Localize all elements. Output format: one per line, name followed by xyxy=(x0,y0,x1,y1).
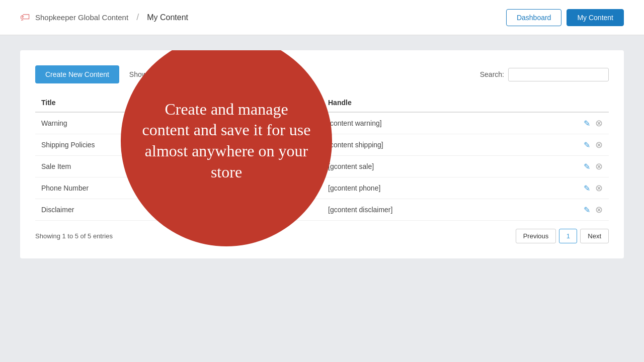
table-row: Phone Number [gcontent phone] ✎ ⊗ xyxy=(35,177,609,199)
table-header-row: Title Handle xyxy=(35,94,609,112)
nav-brand-area: 🏷 Shopkeeper Global Content / My Content xyxy=(20,12,188,23)
show-label: Show xyxy=(129,70,147,78)
breadcrumb-separator: / xyxy=(136,12,139,23)
cell-actions: ✎ ⊗ xyxy=(494,156,609,177)
col-header-title: Title xyxy=(35,94,179,112)
search-label: Search: xyxy=(480,70,504,78)
edit-icon[interactable]: ✎ xyxy=(584,162,590,171)
nav-actions: Dashboard My Content xyxy=(506,9,624,26)
search-bar: Search: xyxy=(480,68,609,81)
edit-icon[interactable]: ✎ xyxy=(584,205,590,215)
cell-type xyxy=(179,156,322,177)
top-bar: Create New Content Show 10 25 50 100 ent… xyxy=(35,65,609,83)
showing-text: Showing 1 to 5 of 5 entries xyxy=(35,232,113,240)
cell-type xyxy=(179,134,322,156)
edit-icon[interactable]: ✎ xyxy=(584,184,590,193)
next-button[interactable]: Next xyxy=(580,229,609,243)
page-body: Create New Content Show 10 25 50 100 ent… xyxy=(0,35,644,362)
col-header-type xyxy=(179,94,322,112)
cell-actions: ✎ ⊗ xyxy=(494,177,609,199)
content-table: Title Handle Warning [content warning] ✎… xyxy=(35,94,609,221)
cell-type: 1/… xyxy=(179,199,322,221)
cell-title: Sale Item xyxy=(35,156,179,177)
table-footer: Showing 1 to 5 of 5 entries Previous 1 N… xyxy=(35,229,609,243)
create-new-content-button[interactable]: Create New Content xyxy=(35,65,119,83)
cell-type xyxy=(179,177,322,199)
delete-icon[interactable]: ⊗ xyxy=(595,204,603,215)
col-header-actions xyxy=(494,94,609,112)
cell-actions: ✎ ⊗ xyxy=(494,199,609,221)
pagination: Previous 1 Next xyxy=(516,229,609,243)
cell-handle: [content warning] xyxy=(322,112,494,134)
content-panel: Create New Content Show 10 25 50 100 ent… xyxy=(20,50,624,258)
table-row: Sale Item [gcontent sale] ✎ ⊗ xyxy=(35,156,609,177)
entries-label: entries xyxy=(181,70,202,78)
cell-handle: [content shipping] xyxy=(322,134,494,156)
previous-button[interactable]: Previous xyxy=(516,229,556,243)
delete-icon[interactable]: ⊗ xyxy=(595,118,603,129)
cell-title: Shipping Policies xyxy=(35,134,179,156)
table-row: Disclaimer 1/… [gcontent disclaimer] ✎ ⊗ xyxy=(35,199,609,221)
search-input[interactable] xyxy=(508,68,609,81)
cell-title: Disclaimer xyxy=(35,199,179,221)
delete-icon[interactable]: ⊗ xyxy=(595,139,603,150)
brand-name: Shopkeeper Global Content xyxy=(35,13,128,22)
table-row: Shipping Policies [content shipping] ✎ ⊗ xyxy=(35,134,609,156)
page-number[interactable]: 1 xyxy=(559,229,577,243)
cell-title: Phone Number xyxy=(35,177,179,199)
edit-icon[interactable]: ✎ xyxy=(584,119,590,128)
dashboard-button[interactable]: Dashboard xyxy=(506,9,562,26)
cell-actions: ✎ ⊗ xyxy=(494,134,609,156)
table-row: Warning [content warning] ✎ ⊗ xyxy=(35,112,609,134)
breadcrumb-page-title: My Content xyxy=(147,13,188,22)
top-nav: 🏷 Shopkeeper Global Content / My Content… xyxy=(0,0,644,35)
top-bar-left: Create New Content Show 10 25 50 100 ent… xyxy=(35,65,202,83)
cell-actions: ✎ ⊗ xyxy=(494,112,609,134)
col-header-handle: Handle xyxy=(322,94,494,112)
my-content-button[interactable]: My Content xyxy=(567,9,624,26)
cell-handle: [gcontent sale] xyxy=(322,156,494,177)
edit-icon[interactable]: ✎ xyxy=(584,140,590,150)
tag-icon: 🏷 xyxy=(20,12,30,23)
cell-type xyxy=(179,112,322,134)
cell-handle: [gcontent phone] xyxy=(322,177,494,199)
cell-title: Warning xyxy=(35,112,179,134)
cell-handle: [gcontent disclaimer] xyxy=(322,199,494,221)
entries-select[interactable]: 10 25 50 100 xyxy=(150,68,178,81)
show-entries-control: Show 10 25 50 100 entries xyxy=(129,68,202,81)
delete-icon[interactable]: ⊗ xyxy=(595,183,603,194)
delete-icon[interactable]: ⊗ xyxy=(595,161,603,172)
